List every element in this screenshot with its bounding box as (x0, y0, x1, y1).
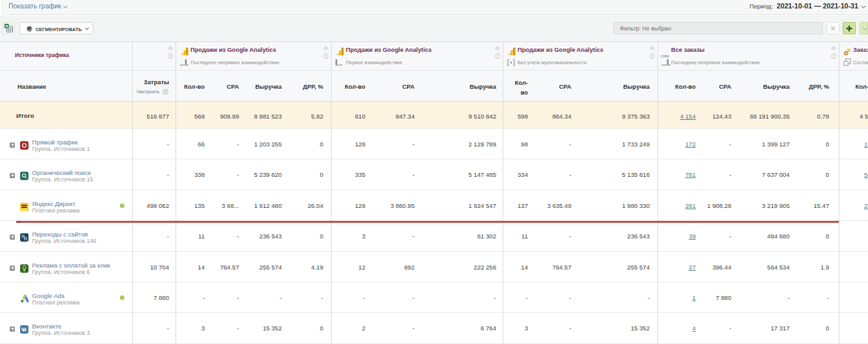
svg-text:?: ? (169, 54, 172, 58)
svg-text:?: ? (496, 54, 499, 58)
svg-text:?: ? (165, 89, 167, 93)
svg-text:?: ? (325, 54, 327, 58)
svg-text:?: ? (651, 54, 654, 58)
svg-text:?: ? (832, 54, 835, 58)
